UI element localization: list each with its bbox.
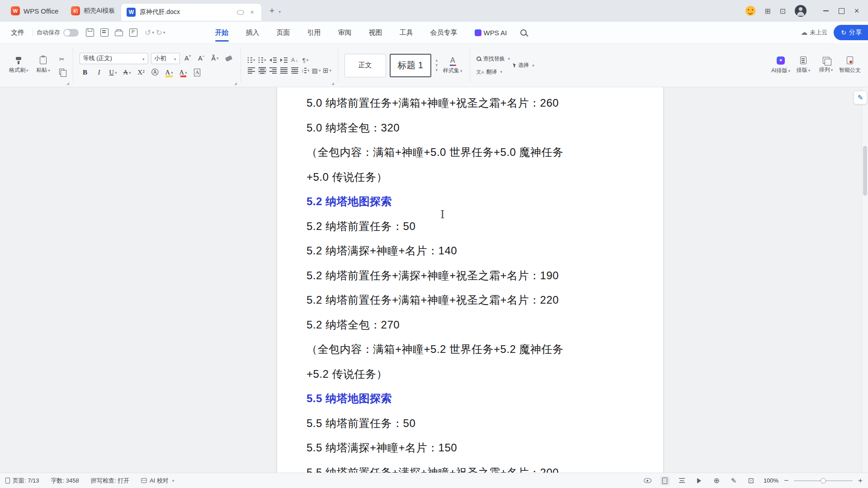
find-replace-button[interactable]: 查找替换 [476,55,510,63]
page-indicator[interactable]: 页面: 7/13 [5,477,39,485]
phonetic-guide-button[interactable] [210,53,221,64]
page-view-icon[interactable] [660,476,670,485]
tab-docer-template[interactable]: 稻壳AI模板 [65,0,121,22]
app-home-tab[interactable]: WPS Office [5,0,65,22]
user-avatar[interactable] [795,5,807,17]
align-left-button[interactable] [247,67,255,74]
doc-body-line[interactable]: 5.2 纳塔前置任务+满探+神瞳+祝圣之霜+名片：190 [307,263,637,288]
superscript-button[interactable] [136,67,147,78]
document-canvas[interactable]: 5.0 纳塔前置任务+满箱+神瞳+祝圣之霜+名片：2605.0 纳塔全包：320… [0,87,868,473]
tab-view[interactable]: 视图 [369,22,382,43]
doc-heading-line[interactable]: 5.2 纳塔地图探索 [307,189,637,214]
font-color-button[interactable] [178,67,189,78]
tab-tools[interactable]: 工具 [400,22,413,43]
format-painter-button[interactable]: 格式刷 [8,55,29,76]
layout-grid-icon[interactable]: ⊞ [764,7,770,15]
strikethrough-button[interactable] [122,67,133,78]
new-tab-button[interactable] [266,5,278,17]
word-count[interactable]: 字数: 3458 [51,477,79,485]
character-border-button[interactable] [192,67,203,78]
text-direction-button[interactable] [291,56,299,64]
vertical-scrollbar[interactable] [862,87,868,473]
smart-doc-button[interactable]: 智能公文 [838,55,862,76]
typeset-button[interactable]: 排版 [793,55,814,76]
eye-protection-icon[interactable] [643,476,652,485]
undo-icon[interactable]: ↺ [145,28,154,38]
zoom-slider-knob[interactable] [821,478,826,483]
cut-button[interactable] [57,55,66,63]
underline-button[interactable] [108,67,119,78]
highlight-color-button[interactable] [164,67,175,78]
align-center-button[interactable] [258,67,266,74]
zoom-in-button[interactable]: + [858,477,863,484]
tab-wps-ai[interactable]: WPS AI [475,22,507,43]
scrollbar-thumb[interactable] [863,146,867,196]
clipboard-dialog-launcher[interactable] [66,82,69,85]
tab-home[interactable]: 开始 [215,22,229,43]
save-icon[interactable] [86,28,94,37]
doc-body-line[interactable]: （全包内容：满箱+神瞳+5.2 世界任务+5.2 魔神任务 [307,337,637,362]
zoom-out-button[interactable]: − [784,477,788,484]
doc-body-line[interactable]: 5.0 纳塔前置任务+满箱+神瞳+祝圣之霜+名片：260 [307,91,637,116]
web-layout-icon[interactable] [712,476,721,485]
tab-list-dropdown-icon[interactable] [278,7,281,15]
annotation-tool-button[interactable] [854,91,867,104]
doc-body-line[interactable]: 5.5 纳塔满探+神瞳+名片：150 [307,436,637,460]
tab-close-icon[interactable] [248,8,256,16]
style-scroll-down-icon[interactable]: ▾ [436,63,438,67]
doc-body-line[interactable]: 5.2 纳塔满探+神瞳+名片：140 [307,239,637,263]
increase-indent-button[interactable] [280,56,288,64]
zoom-level[interactable]: 100% [764,477,778,484]
tab-review[interactable]: 审阅 [338,22,352,43]
select-button[interactable]: 选择 [514,61,534,69]
print-preview-icon[interactable] [100,28,108,37]
translate-button[interactable]: 翻译 [476,68,510,76]
maximize-button[interactable] [834,3,849,19]
doc-body-line[interactable]: 5.2 纳塔前置任务：50 [307,214,637,239]
fit-page-icon[interactable] [746,476,755,485]
decrease-indent-button[interactable] [269,56,277,64]
style-scroll-up-icon[interactable]: ▴ [436,58,438,62]
file-menu[interactable]: 文件 [6,28,29,37]
tab-page[interactable]: 页面 [277,22,290,43]
enclosed-char-button[interactable] [150,67,161,78]
minimize-button[interactable] [818,3,834,19]
align-right-button[interactable] [269,67,277,74]
cloud-status[interactable]: 未上云 [801,28,827,37]
bold-button[interactable] [80,67,91,78]
tab-active-document[interactable]: 原神代肝.docx [121,4,261,21]
paragraph-dialog-launcher[interactable] [331,82,334,85]
appearance-icon[interactable]: ⊡ [780,7,786,15]
ink-edit-icon[interactable] [729,476,738,485]
print-icon[interactable] [115,31,123,36]
borders-button[interactable] [323,67,331,74]
style-gallery-button[interactable]: 样式集 [442,55,463,76]
numbering-button[interactable] [258,56,266,64]
doc-body-line[interactable]: 5.0 纳塔全包：320 [307,116,637,141]
bullets-button[interactable] [247,56,255,64]
italic-button[interactable] [94,67,105,78]
ai-typeset-button[interactable]: AI排版 [770,55,791,76]
search-icon[interactable] [520,29,527,36]
export-pdf-icon[interactable] [129,28,137,37]
decrease-font-button[interactable] [196,53,207,64]
paste-button[interactable]: 粘贴 [33,55,54,76]
doc-heading-line[interactable]: 5.5 纳塔地图探索 [307,386,637,411]
doc-status-icon[interactable] [237,10,244,15]
doc-body-line[interactable]: （全包内容：满箱+神瞳+5.0 世界任务+5.0 魔神任务 [307,140,637,165]
doc-body-line[interactable]: 5.2 纳塔全包：270 [307,313,637,338]
copy-button[interactable] [57,68,66,76]
autosave-toggle[interactable] [63,29,79,37]
paragraph-mark-button[interactable] [302,56,310,64]
tab-references[interactable]: 引用 [307,22,321,43]
doc-body-line[interactable]: 5.5 纳塔前置任务+满探+神瞳+祝圣之霜+名片：200 [307,460,637,473]
close-button[interactable] [849,3,864,19]
tab-member[interactable]: 会员专享 [430,22,458,43]
feedback-smiley-icon[interactable] [745,6,755,16]
doc-body-line[interactable]: 5.5 纳塔前置任务：50 [307,411,637,436]
document-page[interactable]: 5.0 纳塔前置任务+满箱+神瞳+祝圣之霜+名片：2605.0 纳塔全包：320… [277,87,664,473]
outline-view-icon[interactable] [678,476,687,485]
font-dialog-launcher[interactable] [234,82,237,85]
style-heading1[interactable]: 标题 1 [390,54,431,77]
ai-proofread-button[interactable]: AI 校对 [141,477,174,485]
